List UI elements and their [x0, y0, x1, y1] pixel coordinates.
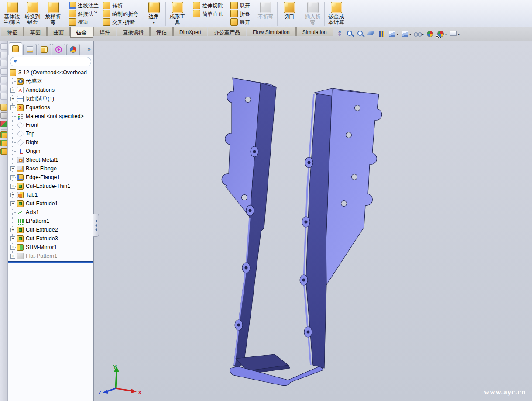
ribbon-button-corner[interactable]: 边角▾: [144, 1, 164, 27]
graphics-area[interactable]: Y X Z www.ayc.cn: [94, 41, 532, 401]
tree-item-cut-extrude3[interactable]: +Cut-Extrude3: [8, 234, 93, 243]
expand-toggle[interactable]: +: [10, 254, 15, 259]
ribbon-button-unfold[interactable]: 展开: [229, 1, 251, 10]
ribbon-button-convert-to-sheetmetal[interactable]: 转换到钣金: [22, 1, 43, 27]
expand-toggle[interactable]: +: [10, 193, 15, 197]
tab-dimxpert[interactable]: DimXpert: [173, 27, 207, 36]
ribbon-button-extruded-cut[interactable]: 拉伸切除: [192, 1, 224, 10]
tab-草图[interactable]: 草图: [24, 27, 47, 36]
ribbon-button-no-bends[interactable]: 不折弯: [255, 1, 276, 27]
expand-toggle[interactable]: +: [10, 105, 15, 110]
ribbon-button-flatten[interactable]: 展开: [229, 18, 251, 26]
tab-焊件[interactable]: 焊件: [93, 27, 116, 36]
tree-item-edge-flange1[interactable]: +Edge-Flange1: [8, 173, 93, 182]
ribbon-button-lofted-bend[interactable]: 放样折弯: [43, 1, 63, 27]
tree-item-right[interactable]: Right: [8, 138, 93, 147]
panel-tab-configurationmanager[interactable]: [38, 44, 51, 55]
view-cube-button[interactable]: [0, 85, 7, 91]
ribbon-button-base-flange-tab[interactable]: 基体法兰/薄片: [2, 1, 22, 27]
sketch-pencil-gray-button[interactable]: [0, 112, 7, 119]
ribbon-button-fold[interactable]: 折叠: [229, 10, 251, 18]
panel-tab-dimxpertmanager[interactable]: [52, 44, 65, 55]
tree-item-3-12-overhead-overhead[interactable]: 3-12 (Overhead<<Overhead: [8, 68, 93, 77]
tree-item-1[interactable]: +切割清单(1): [8, 94, 93, 103]
yellow-tool-3-button[interactable]: [0, 148, 7, 155]
tree-item-cut-extrude1[interactable]: +Cut-Extrude1: [8, 199, 93, 208]
hide-show-items-button[interactable]: ▾: [413, 29, 424, 38]
expand-toggle[interactable]: +: [10, 245, 15, 250]
expand-toggle[interactable]: +: [10, 97, 15, 101]
ribbon-button-forming-tool[interactable]: 成形工具: [167, 1, 188, 27]
view-cube-button[interactable]: [0, 60, 7, 66]
tree-item-shm-mirror1[interactable]: +SHM-Mirror1: [8, 243, 93, 252]
view-cube-button[interactable]: [0, 52, 7, 58]
tab-办公室产品[interactable]: 办公室产品: [208, 27, 246, 36]
tree-item-sheet-metal1[interactable]: Sheet-Metal1: [8, 156, 93, 164]
panel-tab-featuremanager-part[interactable]: [9, 42, 22, 55]
tree-item-tab1[interactable]: +Tab1: [8, 190, 93, 199]
view-cube-button[interactable]: [0, 43, 7, 50]
expand-toggle[interactable]: +: [10, 184, 15, 189]
tab-直接编辑[interactable]: 直接编辑: [117, 27, 150, 36]
tree-item-equations[interactable]: +Equations: [8, 103, 93, 112]
tab-flow-simulation[interactable]: Flow Simulation: [247, 27, 296, 36]
tab-钣金[interactable]: 钣金: [70, 27, 93, 38]
3d-drawing-view-button[interactable]: [377, 29, 386, 38]
panel-tab-propertymanager[interactable]: [23, 44, 37, 55]
tab-曲面[interactable]: 曲面: [47, 27, 70, 36]
tree-item-cut-extrude-thin1[interactable]: +Cut-Extrude-Thin1: [8, 182, 93, 190]
expand-toggle[interactable]: +: [10, 175, 15, 180]
ribbon-button-sketched-bend[interactable]: 绘制的折弯: [102, 10, 140, 18]
ribbon-button-jog[interactable]: 转折: [102, 1, 140, 10]
ribbon-button-edge-flange[interactable]: 边线法兰: [67, 1, 100, 10]
view-settings-button[interactable]: ▾: [449, 29, 460, 38]
tree-item-cut-extrude2[interactable]: +Cut-Extrude2: [8, 225, 93, 234]
zoom-to-area-button[interactable]: [346, 29, 355, 38]
tree-item-axis1[interactable]: Axis1: [8, 208, 93, 217]
expand-toggle[interactable]: +: [10, 228, 15, 232]
rollback-bar[interactable]: [8, 261, 93, 263]
tree-item-flat-pattern1[interactable]: +Flat-Pattern1: [8, 252, 93, 260]
panel-tab-displaymanager[interactable]: [66, 44, 80, 55]
reference-geometry-button[interactable]: [0, 121, 7, 127]
view-orientation-button[interactable]: ▾: [388, 29, 399, 38]
apply-scene-button[interactable]: ▾: [436, 29, 447, 38]
panel-splitter[interactable]: [93, 214, 99, 237]
expand-toggle[interactable]: +: [10, 201, 15, 206]
tree-item-top[interactable]: Top: [8, 129, 93, 138]
tree-item-origin[interactable]: Origin: [8, 147, 93, 156]
3d-model-joist-hanger[interactable]: [94, 41, 532, 401]
tree-item-material-not-specified[interactable]: Material <not specified>: [8, 112, 93, 121]
ribbon-button-sheetmetal-cost[interactable]: 钣金成本计算: [326, 1, 347, 27]
tree-item-annotations[interactable]: +Annotations: [8, 86, 93, 94]
ribbon-button-miter-flange[interactable]: 斜接法兰: [67, 10, 100, 18]
display-style-button[interactable]: ▾: [400, 29, 412, 38]
expand-toggle[interactable]: +: [10, 236, 15, 241]
tree-item-front[interactable]: Front: [8, 121, 93, 129]
expand-toggle[interactable]: +: [10, 166, 15, 171]
ribbon-button-insert-bends[interactable]: 插入折弯: [302, 1, 323, 27]
ribbon-button-simple-hole[interactable]: 简单直孔: [192, 10, 224, 18]
section-view-button[interactable]: [367, 29, 376, 38]
sketch-pencil-yellow-button[interactable]: [0, 104, 7, 111]
yellow-tool-1-button[interactable]: [0, 131, 7, 138]
tree-item-lpattern1[interactable]: LPattern1: [8, 217, 93, 225]
tree-item-base-flange[interactable]: +Base-Flange: [8, 164, 93, 173]
zoom-to-fit-button[interactable]: [335, 29, 344, 38]
previous-view-button[interactable]: [356, 29, 365, 38]
edit-appearance-button[interactable]: [426, 29, 435, 38]
expand-toggle[interactable]: +: [10, 88, 15, 93]
tree-item-[interactable]: 传感器: [8, 77, 93, 86]
ribbon-button-hem[interactable]: 褶边: [67, 18, 100, 26]
ribbon-button-rip[interactable]: 切口: [279, 1, 299, 27]
ribbon-button-cross-break[interactable]: 交叉-折断: [102, 18, 140, 26]
view-cube-button[interactable]: [0, 93, 7, 100]
view-cube-button[interactable]: [0, 76, 7, 83]
yellow-tool-2-button[interactable]: [0, 140, 7, 146]
tab-评估[interactable]: 评估: [150, 27, 173, 36]
panel-tabs-overflow-button[interactable]: »: [86, 44, 93, 55]
tab-特征[interactable]: 特征: [1, 27, 24, 36]
view-cube-button[interactable]: [0, 68, 7, 75]
feature-filter-input[interactable]: [19, 58, 88, 65]
tab-simulation[interactable]: Simulation: [296, 27, 333, 36]
